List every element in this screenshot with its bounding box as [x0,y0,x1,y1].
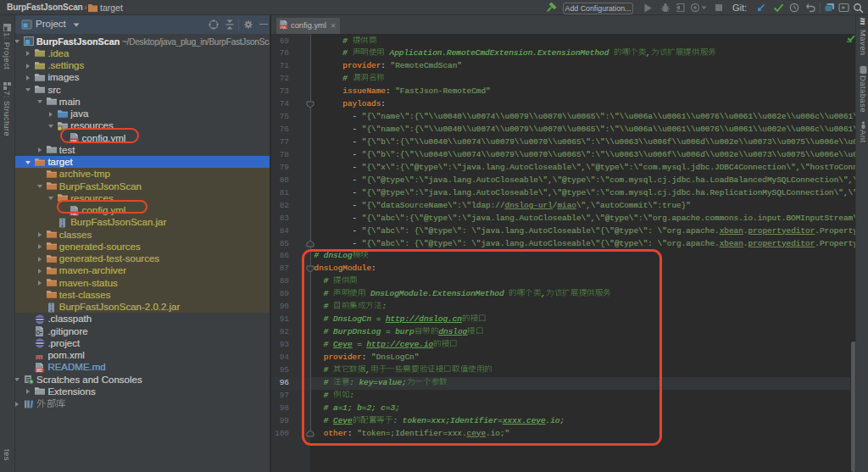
svg-text:MD: MD [36,369,43,373]
svg-text:YML: YML [280,26,287,30]
svg-text:m: m [36,351,43,361]
